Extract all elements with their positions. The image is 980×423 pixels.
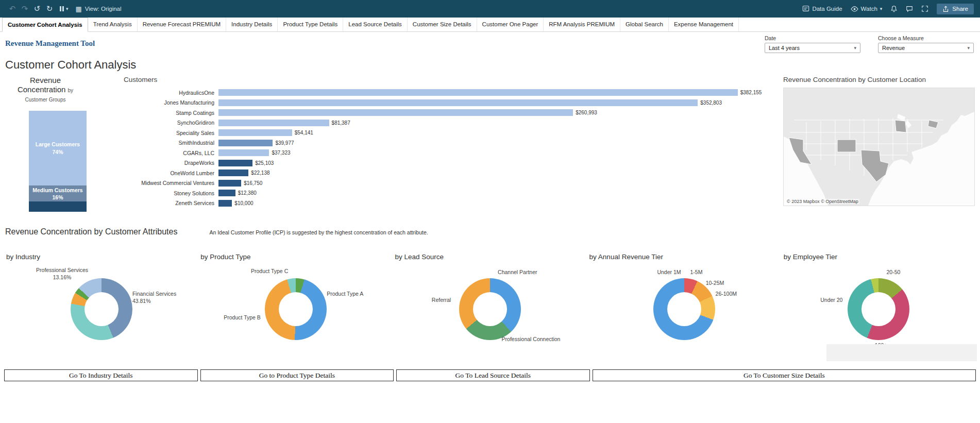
tab-revenue-forecast-premium[interactable]: Revenue Forecast PREMIUM — [138, 18, 226, 31]
measure-select[interactable]: Revenue ▾ — [878, 43, 974, 53]
attributes-section-title: Revenue Concentration by Customer Attrib… — [5, 227, 177, 236]
donut-heading: by Industry — [6, 253, 198, 261]
tab-industry-details[interactable]: Industry Details — [226, 18, 278, 31]
sheet-tabs: Customer Cohort AnalysisTrend AnalysisRe… — [0, 18, 980, 32]
revenue-bar[interactable] — [218, 140, 273, 146]
tab-customer-cohort-analysis[interactable]: Customer Cohort Analysis — [2, 18, 88, 32]
donut-area: Channel PartnerReferralProfessional Conn… — [393, 261, 587, 359]
bar-value-label: $382,155 — [740, 90, 762, 95]
nav-button-go-to-industry-details[interactable]: Go To Industry Details — [4, 369, 198, 381]
bar-row: Stamp Coatings$260,993 — [124, 108, 771, 118]
view-selector[interactable]: ▦ View: Original — [76, 5, 122, 13]
donut-heading: by Annual Revenue Tier — [589, 253, 782, 261]
tab-rfm-analysis-premium[interactable]: RFM Analysis PREMIUM — [544, 18, 620, 31]
revenue-bar[interactable] — [218, 170, 248, 176]
navigation-buttons: Go To Industry DetailsGo to Product Type… — [4, 369, 976, 381]
customer-name-label: CGARs, LLC — [124, 150, 218, 156]
stacked-bar: Large Customers74%Medium Customers16% — [29, 111, 87, 212]
page-title: Customer Cohort Analysis — [5, 58, 976, 72]
measure-select-value: Revenue — [882, 45, 905, 51]
bar-track: $37,323 — [218, 149, 771, 156]
bar-value-label: $12,380 — [238, 190, 257, 196]
dropdown-caret-icon[interactable]: ▾ — [66, 6, 69, 11]
bar-row: OneWorld Lumber$22,138 — [124, 168, 771, 178]
comments-icon — [906, 5, 913, 12]
bar-value-label: $37,323 — [272, 150, 290, 156]
annual-revenue-donut[interactable] — [653, 278, 715, 340]
customer-group-segment[interactable] — [29, 201, 87, 212]
bar-value-label: $352,803 — [700, 100, 722, 106]
watch-label: Watch — [861, 6, 877, 12]
tab-product-type-details[interactable]: Product Type Details — [278, 18, 343, 31]
revenue-bar[interactable] — [218, 180, 241, 187]
map-panel: Revenue Concentration by Customer Locati… — [783, 76, 975, 212]
customer-group-segment[interactable]: Medium Customers16% — [29, 185, 87, 201]
empty-panel — [826, 344, 977, 361]
notifications-button[interactable] — [890, 5, 898, 12]
customer-name-label: Zeneth Services — [124, 200, 218, 206]
customer-name-label: Speciality Sales — [124, 130, 218, 136]
tab-lead-source-details[interactable]: Lead Source Details — [343, 18, 408, 31]
comments-button[interactable] — [906, 5, 913, 12]
refresh-icon[interactable]: ↻ — [43, 0, 56, 18]
revenue-bar[interactable] — [218, 120, 329, 126]
customer-group-segment[interactable]: Large Customers74% — [29, 111, 87, 185]
revenue-bar[interactable] — [218, 129, 292, 136]
us-map[interactable]: © 2023 Mapbox © OpenStreetMap — [783, 88, 975, 206]
revenue-bar[interactable] — [218, 109, 573, 116]
bar-track: $39,977 — [218, 140, 771, 146]
nav-button-go-to-customer-size-details[interactable]: Go To Customer Size Details — [593, 369, 976, 381]
bar-track: $260,993 — [218, 109, 771, 116]
bar-track: $81,387 — [218, 120, 771, 126]
revenue-bar[interactable] — [218, 190, 235, 196]
bar-row: Midwest Commercial Ventures$16,750 — [124, 178, 771, 189]
customer-name-label: Stoney Solutions — [124, 190, 218, 196]
donut-annotation: 26-100M — [716, 291, 737, 298]
fullscreen-icon — [921, 5, 928, 12]
revert-icon[interactable]: ↺ — [31, 0, 43, 18]
fullscreen-button[interactable] — [921, 5, 928, 12]
bar-row: SynchoGridiron$81,387 — [124, 118, 771, 128]
revenue-bar[interactable] — [218, 99, 698, 106]
date-filter: Date Last 4 years ▾ — [765, 35, 860, 53]
view-label: View: Original — [85, 6, 122, 12]
undo-icon[interactable]: ↶ — [6, 0, 19, 18]
tab-customer-size-details[interactable]: Customer Size Details — [408, 18, 477, 31]
industry-donut[interactable] — [71, 278, 132, 340]
bar-track: $54,141 — [218, 129, 771, 136]
bar-track: $16,750 — [218, 180, 771, 187]
tab-trend-analysis[interactable]: Trend Analysis — [88, 18, 138, 31]
donut-annotation: 1-5M — [690, 269, 703, 276]
watch-button[interactable]: Watch ▾ — [851, 5, 883, 13]
donut-annotation: Product Type B — [224, 314, 261, 322]
donut-area: Under 1M1-5M10-25M26-100M — [587, 261, 782, 359]
date-select[interactable]: Last 4 years ▾ — [765, 43, 860, 53]
data-guide-button[interactable]: Data Guide — [802, 5, 842, 12]
bar-row: Zeneth Services$10,000 — [124, 198, 771, 209]
revenue-bar[interactable] — [218, 200, 232, 207]
tab-customer-one-pager[interactable]: Customer One Pager — [477, 18, 544, 31]
bar-value-label: $10,000 — [234, 200, 253, 206]
nav-button-go-to-lead-source-details[interactable]: Go To Lead Source Details — [396, 369, 590, 381]
revenue-bar[interactable] — [218, 89, 738, 96]
share-button[interactable]: Share — [937, 4, 974, 14]
tab-expense-management[interactable]: Expense Management — [669, 18, 739, 31]
product-type-donut[interactable] — [265, 278, 327, 340]
lead-source-donut[interactable] — [459, 278, 521, 340]
donut-chart-lead-source: by Lead Source Channel PartnerReferralPr… — [393, 253, 587, 362]
bar-row: Speciality Sales$54,141 — [124, 128, 771, 138]
share-label: Share — [952, 6, 968, 12]
redo-icon[interactable]: ↷ — [19, 0, 31, 18]
revenue-bar[interactable] — [218, 149, 269, 156]
employee-tier-donut[interactable] — [848, 278, 909, 340]
donut-annotation: Financial Services 43.81% — [132, 291, 176, 304]
donut-area: Professional Services 13.16%Financial Se… — [4, 261, 198, 359]
customer-name-label: SmithIndustrial — [124, 140, 218, 146]
donut-chart-annual-revenue: by Annual Revenue Tier Under 1M1-5M10-25… — [587, 253, 782, 362]
nav-button-go-to-product-type-details[interactable]: Go to Product Type Details — [200, 369, 394, 381]
pause-icon[interactable] — [60, 6, 64, 11]
workbook-title-link[interactable]: Revenue Management Tool — [5, 39, 95, 53]
donut-heading: by Lead Source — [395, 253, 587, 261]
tab-global-search[interactable]: Global Search — [620, 18, 669, 31]
revenue-bar[interactable] — [218, 160, 252, 166]
